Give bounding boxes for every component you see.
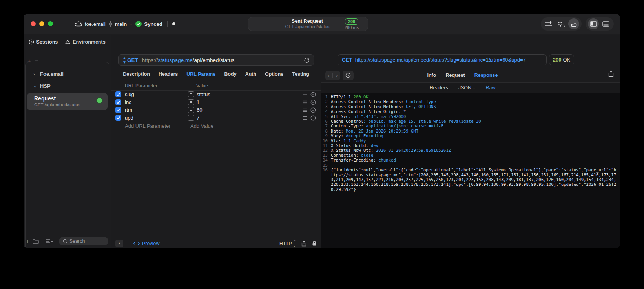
http-label: HTTP bbox=[279, 241, 292, 246]
sidebar-search-input[interactable]: Search bbox=[59, 237, 108, 245]
reload-request-icon[interactable] bbox=[304, 57, 310, 63]
new-folder-button[interactable] bbox=[33, 239, 39, 244]
remove-param-icon[interactable] bbox=[310, 92, 316, 97]
add-url-parameter-button[interactable]: Add URL Parameter bbox=[125, 123, 190, 129]
raw-line: 12X-Status-Now-Utc: 2026-01-26T20:29:59.… bbox=[321, 148, 620, 153]
response-tab-response[interactable]: Response bbox=[474, 73, 498, 78]
raw-line: 13Connection: close bbox=[321, 153, 620, 158]
request-tab-auth[interactable]: Auth bbox=[245, 71, 256, 77]
http-version-select[interactable]: HTTP ⌃⌄ bbox=[279, 240, 296, 247]
preview-label: Preview bbox=[142, 241, 159, 246]
list-up-arrow-icon bbox=[545, 21, 552, 27]
sort-options-button[interactable] bbox=[46, 239, 53, 244]
bottom-panel-icon bbox=[602, 21, 609, 27]
request-tab-headers[interactable]: Headers bbox=[159, 71, 178, 77]
param-value[interactable]: 1 bbox=[197, 99, 303, 105]
branch-selector[interactable]: main ⌄ bbox=[109, 21, 133, 27]
raw-response-view[interactable]: 1HTTP/1.1 200 OK2Access-Control-Allow-He… bbox=[321, 93, 620, 248]
param-row-upd[interactable]: upd=7 bbox=[111, 114, 321, 122]
response-subtab-headers[interactable]: Headers bbox=[429, 85, 448, 91]
param-enabled-checkbox[interactable] bbox=[115, 91, 121, 97]
chevron-right-icon: › bbox=[33, 72, 37, 76]
sidebar-panel-icon bbox=[590, 21, 597, 27]
minimize-window-button[interactable] bbox=[39, 21, 44, 26]
tab-environments-label: Environments bbox=[73, 39, 105, 45]
tree-item-hsp[interactable]: ⌄ HSP bbox=[26, 80, 109, 92]
request-success-dot bbox=[97, 98, 102, 103]
param-row-rtm[interactable]: rtm=60 bbox=[111, 106, 321, 114]
chevron-down-icon: ⌄ bbox=[473, 86, 476, 90]
sidebar: Sessions Environments + − › Foe.email bbox=[24, 35, 111, 248]
add-value-button[interactable]: Add Value bbox=[190, 123, 213, 129]
request-method[interactable]: GET bbox=[127, 57, 138, 63]
request-url-bar[interactable]: ▲▼ GET https://statuspage.me/api/embed/s… bbox=[118, 54, 314, 66]
cloud-project[interactable]: foe.email bbox=[75, 21, 106, 27]
sent-request-url-box[interactable]: GET https://statuspage.me/api/embed/stat… bbox=[338, 54, 547, 65]
raw-line: 10Via: 1.1 Caddy bbox=[321, 138, 620, 143]
param-name[interactable]: upd bbox=[125, 115, 188, 121]
reorder-handle-icon[interactable] bbox=[303, 108, 307, 112]
preview-button[interactable]: Preview bbox=[133, 241, 159, 246]
response-status-box: 200 OK bbox=[549, 54, 574, 65]
tree-item-foe-email[interactable]: › Foe.email bbox=[26, 68, 109, 80]
param-name[interactable]: rtm bbox=[125, 107, 188, 113]
request-tab-body[interactable]: Body bbox=[224, 71, 236, 77]
remove-param-icon[interactable] bbox=[310, 100, 316, 105]
lock-icon[interactable] bbox=[312, 240, 317, 246]
line-content: Access-Control-Allow-Methods: GET, OPTIO… bbox=[331, 104, 620, 109]
line-content: {"incidents":null,"overall":{"code":"ope… bbox=[331, 167, 620, 192]
param-row-inc[interactable]: inc=1 bbox=[111, 98, 321, 106]
share-request-button[interactable] bbox=[301, 240, 306, 247]
toggle-sidebar-button[interactable] bbox=[588, 18, 599, 29]
request-list-item-selected[interactable]: Request GET /api/embed/status bbox=[27, 93, 108, 110]
param-value[interactable]: status bbox=[197, 91, 303, 97]
request-tab-description[interactable]: Description bbox=[123, 71, 150, 77]
request-queue-button[interactable] bbox=[543, 18, 554, 29]
request-tab-options[interactable]: Options bbox=[265, 71, 283, 77]
param-row-slug[interactable]: slug=status bbox=[111, 90, 321, 98]
line-number: 2 bbox=[321, 99, 328, 104]
remove-param-icon[interactable] bbox=[310, 107, 316, 113]
sync-status[interactable]: Synced bbox=[135, 21, 162, 27]
add-request-button[interactable]: + bbox=[26, 238, 29, 245]
tab-sessions-label: Sessions bbox=[36, 39, 58, 45]
response-subtab-json[interactable]: JSON⌄ bbox=[458, 85, 476, 91]
param-value[interactable]: 7 bbox=[197, 115, 303, 121]
history-clock-icon bbox=[29, 39, 34, 45]
equals-icon: = bbox=[188, 91, 194, 97]
chevron-down-icon: ⌄ bbox=[129, 22, 132, 26]
remove-param-icon[interactable] bbox=[310, 115, 316, 121]
raw-line: 16{"incidents":null,"overall":{"code":"o… bbox=[321, 167, 620, 192]
export-response-button[interactable] bbox=[608, 71, 614, 77]
resend-request-button[interactable] bbox=[568, 18, 579, 29]
request-tab-url-params[interactable]: URL Params bbox=[186, 71, 215, 77]
request-tab-testing[interactable]: Testing bbox=[292, 71, 309, 77]
response-subtab-raw[interactable]: Raw bbox=[486, 85, 496, 91]
reorder-handle-icon[interactable] bbox=[303, 100, 307, 104]
reorder-handle-icon[interactable] bbox=[303, 93, 307, 96]
param-enabled-checkbox[interactable] bbox=[115, 99, 121, 105]
tab-sessions[interactable]: Sessions bbox=[29, 39, 58, 45]
expand-panel-button[interactable]: ▲ bbox=[115, 240, 123, 247]
sync-arrows-button[interactable] bbox=[556, 18, 567, 29]
param-enabled-checkbox[interactable] bbox=[115, 107, 121, 113]
response-tab-request[interactable]: Request bbox=[445, 73, 465, 78]
zoom-window-button[interactable] bbox=[48, 21, 53, 26]
toggle-bottombar-button[interactable] bbox=[600, 18, 611, 29]
param-value[interactable]: 60 bbox=[197, 107, 303, 113]
raw-line: 6Cache-Control: public, max-age=15, stal… bbox=[321, 119, 620, 124]
request-name: Request bbox=[34, 95, 103, 102]
param-enabled-checkbox[interactable] bbox=[115, 115, 121, 121]
sidebar-bottom-divider bbox=[42, 238, 42, 244]
close-window-button[interactable] bbox=[31, 21, 36, 26]
raw-line: 4Access-Control-Allow-Origin: * bbox=[321, 109, 620, 114]
sent-request-pill[interactable]: Sent Request GET /api/embed/status 200 2… bbox=[248, 17, 368, 31]
param-name[interactable]: inc bbox=[125, 99, 188, 105]
tab-environments[interactable]: Environments bbox=[65, 39, 105, 45]
response-tab-info[interactable]: Info bbox=[427, 73, 436, 78]
param-name[interactable]: slug bbox=[125, 91, 188, 97]
request-panel: ▲▼ GET https://statuspage.me/api/embed/s… bbox=[111, 35, 321, 248]
chevron-down-icon: ⌄ bbox=[33, 84, 37, 89]
reorder-handle-icon[interactable] bbox=[303, 116, 307, 120]
line-content: Access-Control-Allow-Origin: * bbox=[331, 109, 620, 114]
